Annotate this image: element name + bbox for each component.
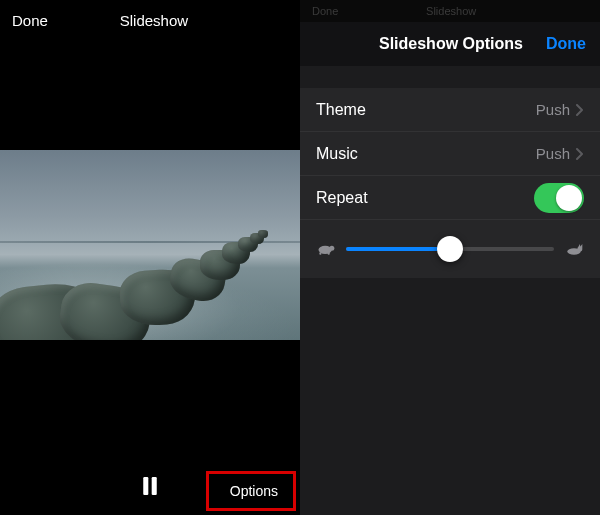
slideshow-title: Slideshow <box>34 12 274 29</box>
repeat-row: Repeat <box>300 176 600 220</box>
repeat-toggle[interactable] <box>534 183 584 213</box>
music-value: Push <box>536 145 570 162</box>
options-header: Slideshow Options Done <box>300 22 600 66</box>
svg-rect-5 <box>328 252 330 255</box>
chevron-right-icon <box>576 148 584 160</box>
pause-icon <box>142 477 158 499</box>
speed-slider[interactable] <box>346 247 554 251</box>
turtle-icon <box>316 242 336 256</box>
rabbit-icon <box>564 242 584 256</box>
repeat-label: Repeat <box>316 189 534 207</box>
svg-point-3 <box>329 246 334 251</box>
slideshow-photo <box>0 150 300 340</box>
svg-rect-0 <box>143 477 148 495</box>
options-button[interactable]: Options <box>216 475 292 507</box>
svg-rect-1 <box>152 477 157 495</box>
theme-label: Theme <box>316 101 536 119</box>
options-list: Theme Push Music Push Repeat <box>300 88 600 278</box>
chevron-right-icon <box>576 104 584 116</box>
music-row[interactable]: Music Push <box>300 132 600 176</box>
speed-slider-row <box>300 220 600 278</box>
toggle-knob <box>556 185 582 211</box>
options-title: Slideshow Options <box>356 35 546 53</box>
svg-rect-4 <box>319 252 321 255</box>
theme-value: Push <box>536 101 570 118</box>
background-dim-header: Done Slideshow <box>300 0 600 22</box>
slider-fill <box>346 247 450 251</box>
options-done-button[interactable]: Done <box>546 35 586 53</box>
slideshow-footer: Options <box>0 461 300 515</box>
slideshow-view: Done Slideshow Options <box>0 0 300 515</box>
music-label: Music <box>316 145 536 163</box>
slider-thumb[interactable] <box>437 236 463 262</box>
theme-row[interactable]: Theme Push <box>300 88 600 132</box>
pause-button[interactable] <box>135 473 165 503</box>
slideshow-header: Done Slideshow <box>0 0 300 40</box>
slideshow-options-sheet: Done Slideshow Slideshow Options Done Th… <box>300 0 600 515</box>
